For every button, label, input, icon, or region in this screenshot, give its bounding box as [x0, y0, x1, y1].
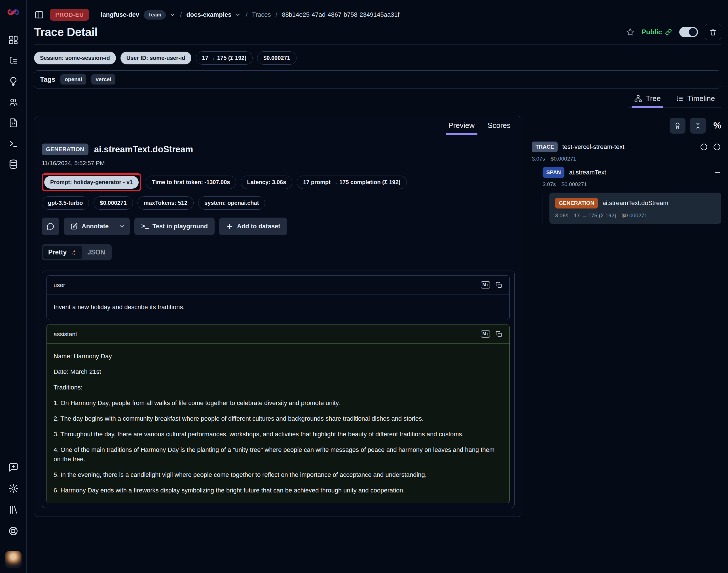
markdown-toggle-icon[interactable]: M↓ [481, 330, 490, 337]
code-file-icon[interactable] [8, 117, 19, 128]
trace-type-badge: TRACE [532, 142, 558, 152]
annotate-button-main[interactable]: Annotate [64, 218, 114, 235]
tags-label: Tags [40, 75, 55, 84]
project-chevron-down-icon[interactable] [235, 12, 241, 18]
user-message-tools: M↓ [481, 281, 503, 289]
title-actions: Public [626, 24, 721, 40]
generation-node-selected[interactable]: GENERATION ai.streamText.doStream 3.06s … [549, 193, 721, 224]
assistant-line: 1. On Harmony Day, people from all walks… [54, 398, 503, 408]
tab-tree[interactable]: Tree [628, 91, 667, 107]
user-message-header: user M↓ [47, 276, 509, 295]
prompts-lightbulb-icon[interactable] [8, 76, 19, 87]
copy-icon[interactable] [495, 281, 503, 289]
add-to-dataset-label: Add to dataset [237, 223, 280, 230]
breadcrumb-trace-id[interactable]: 88b14e25-47ad-4867-b758-2349145aa31f [282, 11, 399, 18]
trace-tree-panel: % TRACE test-vercel-stream-text [532, 116, 721, 224]
breadcrumb-separator: / [180, 11, 182, 19]
observation-title-row: GENERATION ai.streamText.doStream [42, 144, 514, 155]
docs-library-icon[interactable] [8, 504, 19, 515]
sidebar-nav [8, 35, 19, 170]
collapse-all-circle-icon[interactable] [713, 143, 721, 151]
sidebar-toggle-icon[interactable] [34, 10, 44, 20]
add-to-dataset-button[interactable]: Add to dataset [219, 218, 287, 235]
tags-container: Tags openai vercel [34, 70, 721, 89]
span-duration: 3.07s [543, 181, 556, 188]
assistant-line: Date: March 21st [54, 367, 503, 376]
copy-icon[interactable] [495, 330, 503, 338]
collapse-all-button[interactable] [690, 118, 706, 134]
breadcrumb-traces[interactable]: Traces [252, 11, 271, 18]
tab-preview[interactable]: Preview [443, 116, 480, 135]
cost-badge[interactable]: $0.000271 [257, 51, 296, 65]
format-pretty[interactable]: Pretty [43, 246, 82, 259]
generation-name: ai.streamText.doStream [602, 199, 668, 207]
span-children: GENERATION ai.streamText.doStream 3.06s … [543, 193, 721, 224]
tracing-icon[interactable] [8, 55, 19, 66]
assistant-message-card: assistant M↓ [47, 324, 510, 503]
settings-gear-icon[interactable] [8, 483, 19, 494]
max-tokens-badge: maxTokens: 512 [137, 196, 193, 210]
sidebar-bottom [5, 462, 21, 568]
dashboard-icon[interactable] [8, 35, 19, 45]
generation-cost: $0.000271 [622, 212, 648, 219]
header-divider [34, 44, 721, 45]
annotate-queue-button[interactable] [670, 118, 685, 134]
trace-row-icons [699, 143, 721, 151]
public-toggle[interactable] [679, 27, 698, 37]
star-icon[interactable] [626, 28, 635, 37]
span-type-badge: SPAN [543, 167, 564, 178]
org-chevron-down-icon[interactable] [169, 12, 175, 18]
user-message-body: Invent a new holiday and describe its tr… [47, 295, 509, 320]
users-icon[interactable] [8, 97, 19, 107]
public-share-link[interactable]: Public [641, 28, 672, 36]
playground-terminal-icon[interactable] [8, 138, 19, 149]
support-lifebuoy-icon[interactable] [8, 526, 19, 536]
generation-type-badge: GENERATION [555, 198, 598, 208]
expand-all-icon[interactable] [699, 143, 708, 151]
assistant-line: Name: Harmony Day [54, 352, 503, 361]
feedback-message-plus-icon[interactable] [8, 462, 19, 473]
observation-name: ai.streamText.doStream [94, 144, 193, 155]
user-avatar[interactable] [5, 551, 21, 568]
annotate-button[interactable]: Annotate [64, 218, 130, 235]
markdown-toggle-icon[interactable]: M↓ [481, 281, 490, 289]
collapse-node-icon[interactable] [714, 169, 721, 176]
test-in-playground-button[interactable]: >_ Test in playground [134, 218, 215, 235]
span-node[interactable]: SPAN ai.streamText [543, 167, 721, 178]
langfuse-logo-icon[interactable] [7, 7, 19, 17]
tab-scores[interactable]: Scores [483, 116, 516, 135]
token-usage-badge[interactable]: 17 → 175 (Σ 192) [196, 51, 253, 65]
format-json[interactable]: JSON [82, 246, 110, 259]
tag-vercel[interactable]: vercel [91, 74, 115, 85]
model-badge[interactable]: gpt-3.5-turbo [42, 196, 89, 210]
content-row: Preview Scores GENERATION ai.streamText.… [34, 116, 721, 517]
prompt-badge[interactable]: Prompt: holiday-generator - v1 [44, 176, 138, 189]
playground-label: Test in playground [153, 223, 208, 230]
sidebar [0, 0, 26, 573]
datasets-database-icon[interactable] [8, 159, 19, 170]
breadcrumb-org[interactable]: langfuse-dev [101, 11, 139, 18]
breadcrumb-separator: / [275, 11, 277, 19]
tag-openai[interactable]: openai [60, 74, 86, 85]
delete-trace-button[interactable] [705, 24, 721, 40]
environment-badge[interactable]: PROD-EU [50, 9, 89, 21]
collapse-vertical-icon [694, 122, 702, 129]
org-type-chip[interactable]: Team [144, 10, 166, 19]
io-container: user M↓ [42, 271, 514, 508]
session-badge[interactable]: Session: some-session-id [34, 52, 116, 64]
annotate-chevron-down-icon[interactable] [114, 218, 130, 235]
breadcrumb-project[interactable]: docs-examples [186, 11, 231, 18]
breadcrumb: langfuse-dev Team / docs-examples / Trac… [101, 10, 399, 19]
percent-toggle[interactable]: % [713, 120, 721, 131]
trace-node[interactable]: TRACE test-vercel-stream-text [532, 142, 721, 152]
assistant-line: Traditions: [54, 383, 503, 392]
timeline-icon [676, 95, 684, 103]
user-id-badge[interactable]: User ID: some-user-id [120, 52, 191, 64]
assistant-line: 4. One of the main traditions of Harmony… [54, 445, 503, 464]
comment-button[interactable] [42, 218, 59, 235]
award-icon [674, 122, 681, 129]
assistant-message-tools: M↓ [481, 330, 503, 338]
assistant-role-label: assistant [54, 331, 77, 337]
time-to-first-token-badge: Time to first token: -1307.00s [146, 175, 236, 189]
tab-timeline[interactable]: Timeline [669, 91, 721, 107]
